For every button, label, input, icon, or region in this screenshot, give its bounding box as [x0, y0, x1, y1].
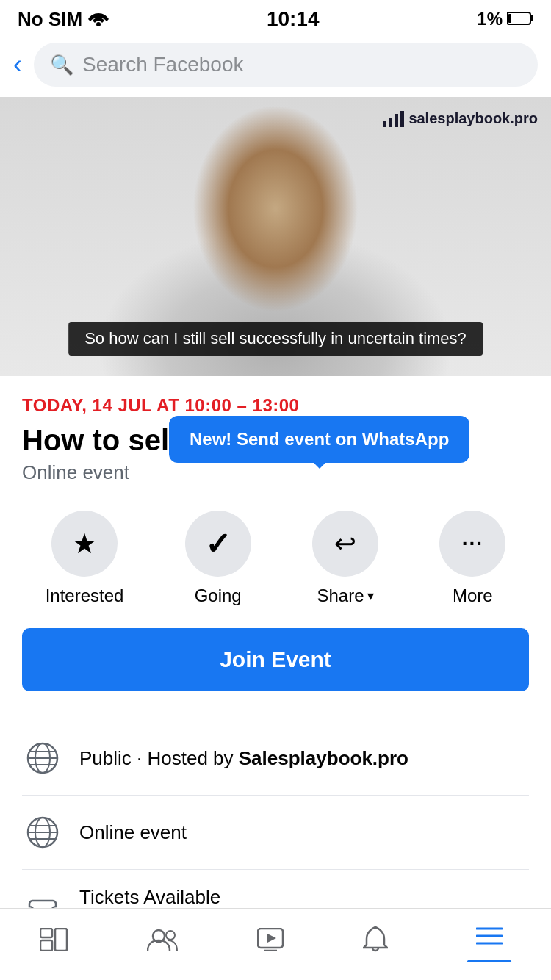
more-label: More	[453, 586, 493, 606]
svg-rect-2	[530, 15, 533, 21]
video-watermark: salesplaybook.pro	[383, 110, 538, 127]
interested-label: Interested	[46, 586, 124, 606]
svg-point-0	[96, 22, 101, 26]
share-icon: ↪	[334, 528, 356, 559]
event-video-thumbnail[interactable]: salesplaybook.pro So how can I still sel…	[0, 97, 551, 376]
join-event-button[interactable]: Join Event	[22, 628, 529, 691]
nav-active-indicator	[467, 960, 511, 962]
nav-menu[interactable]	[453, 922, 526, 962]
svg-rect-3	[508, 14, 511, 23]
online-event-row: Online event	[22, 795, 529, 869]
share-label: Share ▾	[317, 586, 373, 606]
more-button[interactable]: ··· More	[439, 511, 505, 606]
watermark-text: salesplaybook.pro	[408, 110, 538, 127]
online-event-text: Online event	[79, 821, 187, 844]
search-icon: 🔍	[50, 54, 73, 76]
status-time: 10:14	[267, 7, 320, 31]
search-input[interactable]: Search Facebook	[82, 53, 243, 76]
svg-rect-14	[40, 929, 52, 937]
going-button[interactable]: ✓ Going	[185, 511, 251, 606]
bottom-nav	[0, 908, 551, 980]
watch-icon	[257, 927, 284, 958]
video-caption: So how can I still sell successfully in …	[68, 322, 483, 356]
going-icon-circle: ✓	[185, 511, 251, 577]
feed-icon	[40, 927, 68, 958]
nav-friends[interactable]	[132, 927, 192, 958]
back-button[interactable]: ‹	[13, 51, 22, 78]
status-bar: No SIM 10:14 1%	[0, 0, 551, 35]
svg-point-18	[166, 931, 175, 940]
more-dots-icon: ···	[462, 532, 483, 555]
tickets-label: Tickets Available	[79, 886, 224, 909]
share-chevron-icon: ▾	[367, 588, 374, 604]
svg-rect-16	[55, 929, 67, 951]
search-input-container[interactable]: 🔍 Search Facebook	[34, 43, 538, 87]
battery-percent: 1%	[477, 9, 503, 29]
nav-feed[interactable]	[25, 927, 82, 958]
event-date: TODAY, 14 JUL AT 10:00 – 13:00	[22, 395, 529, 416]
online-globe-icon	[22, 812, 63, 853]
bell-icon	[363, 926, 388, 959]
going-label: Going	[195, 586, 242, 606]
public-globe-icon	[22, 738, 63, 779]
svg-rect-15	[40, 940, 52, 951]
hosted-by-row: Public · Hosted by Salesplaybook.pro	[22, 721, 529, 795]
wifi-icon	[88, 8, 109, 31]
event-type: Online event	[22, 461, 529, 484]
interested-icon-circle: ★	[51, 511, 118, 577]
interested-button[interactable]: ★ Interested	[46, 511, 124, 606]
hosted-by-text: Public · Hosted by Salesplaybook.pro	[79, 747, 408, 770]
checkmark-icon: ✓	[205, 526, 231, 562]
search-bar: ‹ 🔍 Search Facebook	[0, 35, 551, 97]
event-title-area: How to sell in uncertain times New! Send…	[22, 423, 437, 461]
event-details: TODAY, 14 JUL AT 10:00 – 13:00 How to se…	[0, 376, 551, 484]
online-event-label: Online event	[79, 821, 187, 844]
menu-icon	[476, 922, 503, 953]
watermark-bars-icon	[383, 111, 404, 127]
svg-marker-20	[267, 934, 276, 943]
nav-notifications[interactable]	[348, 926, 403, 959]
carrier-label: No SIM	[18, 8, 82, 31]
share-icon-circle: ↪	[312, 511, 378, 577]
star-icon: ★	[72, 527, 97, 560]
nav-watch[interactable]	[242, 927, 298, 958]
battery-icon	[507, 9, 533, 29]
status-carrier-wifi: No SIM	[18, 8, 109, 31]
friends-icon	[147, 927, 178, 958]
action-buttons: ★ Interested ✓ Going ↪ Share ▾ ··· More	[0, 484, 551, 613]
whatsapp-tooltip[interactable]: New! Send event on WhatsApp	[169, 416, 469, 463]
status-battery: 1%	[477, 9, 533, 29]
share-button[interactable]: ↪ Share ▾	[312, 511, 378, 606]
join-button-container: Join Event	[0, 613, 551, 713]
more-icon-circle: ···	[439, 511, 505, 577]
